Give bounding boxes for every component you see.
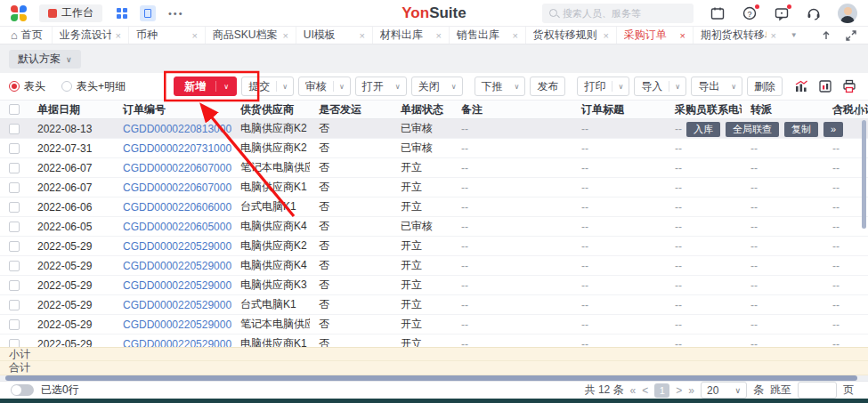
button-label: 删除 bbox=[748, 79, 782, 94]
tab-close-icon[interactable]: × bbox=[432, 30, 441, 41]
toolbar-button-导入[interactable]: 导入∨ bbox=[634, 77, 686, 96]
row-action-入库[interactable]: 入库 bbox=[686, 122, 720, 137]
toolbar-button-打印[interactable]: 打印∨ bbox=[577, 77, 629, 96]
row-checkbox[interactable] bbox=[9, 300, 20, 310]
toolbar-button-下推[interactable]: 下推∨ bbox=[475, 77, 526, 96]
row-action-全局联查[interactable]: 全局联查 bbox=[726, 122, 779, 137]
row-checkbox[interactable] bbox=[9, 143, 20, 154]
first-page-button[interactable]: « bbox=[630, 384, 637, 397]
tab-UI模板[interactable]: UI模板× bbox=[296, 27, 372, 44]
row-checkbox[interactable] bbox=[9, 163, 20, 173]
row-checkbox-cell bbox=[0, 222, 28, 232]
vertical-scrollbar[interactable] bbox=[862, 120, 866, 229]
toolbar-button-关闭[interactable]: 关闭∨ bbox=[411, 77, 463, 96]
order-number-link[interactable]: CGDD0000220529000004 bbox=[123, 279, 231, 292]
toolbar-button-发布[interactable]: 发布 bbox=[530, 77, 565, 96]
order-number-link[interactable]: CGDD0000220731000001 bbox=[123, 142, 231, 155]
jump-page-input[interactable] bbox=[798, 382, 837, 399]
message-icon[interactable] bbox=[774, 5, 790, 21]
order-number-cell: CGDD0000220529000006 bbox=[114, 240, 231, 253]
row-checkbox[interactable] bbox=[9, 319, 20, 330]
more-menu-icon[interactable]: ••• bbox=[168, 8, 184, 19]
cell-phone: -- bbox=[666, 240, 742, 253]
order-number-link[interactable]: CGDD0000220529000001 bbox=[123, 338, 231, 348]
prev-page-button[interactable]: < bbox=[642, 384, 648, 397]
order-number-link[interactable]: CGDD0000220606000001 bbox=[123, 201, 231, 214]
row-checkbox[interactable] bbox=[9, 182, 20, 193]
report-icon[interactable] bbox=[817, 78, 833, 94]
row-checkbox[interactable] bbox=[9, 241, 20, 252]
cell-tax: -- bbox=[823, 240, 868, 253]
cell-date: 2022-07-31 bbox=[28, 142, 114, 155]
workbench-tab[interactable]: 工作台 bbox=[39, 4, 102, 22]
tab-close-icon[interactable]: × bbox=[111, 30, 120, 41]
tab-业务流设计[interactable]: 业务流设计× bbox=[52, 27, 128, 44]
cell-shipped: 否 bbox=[310, 160, 392, 175]
user-avatar[interactable] bbox=[838, 4, 857, 23]
row-checkbox[interactable] bbox=[9, 261, 20, 271]
view-mode-表头+明细[interactable]: 表头+明细 bbox=[61, 79, 126, 94]
cell-status: 开立 bbox=[392, 180, 452, 195]
tab-商品SKU档案[interactable]: 商品SKU档案× bbox=[205, 27, 296, 44]
select-all-checkbox[interactable] bbox=[9, 104, 20, 115]
tab-材料出库[interactable]: 材料出库× bbox=[372, 27, 449, 44]
toolbar-button-审核[interactable]: 审核∨ bbox=[298, 77, 351, 96]
export-up-icon[interactable] bbox=[820, 29, 832, 42]
tab-close-icon[interactable]: × bbox=[767, 30, 775, 41]
printer-icon[interactable] bbox=[841, 78, 857, 94]
cell-shipped: 否 bbox=[310, 141, 392, 156]
row-checkbox[interactable] bbox=[9, 280, 20, 291]
fullscreen-icon[interactable] bbox=[845, 29, 857, 42]
tab-close-icon[interactable]: × bbox=[355, 30, 364, 41]
row-action-复制[interactable]: 复制 bbox=[784, 122, 818, 137]
view-mode-表头[interactable]: 表头 bbox=[9, 79, 45, 94]
order-number-link[interactable]: CGDD0000220813000001 bbox=[123, 123, 231, 135]
help-icon[interactable]: ? bbox=[742, 5, 758, 21]
order-number-link[interactable]: CGDD0000220607000002 bbox=[123, 162, 231, 174]
tab-close-icon[interactable]: × bbox=[279, 30, 288, 41]
headset-icon[interactable] bbox=[806, 5, 822, 21]
row-checkbox[interactable] bbox=[9, 124, 20, 134]
column-settings-icon[interactable] bbox=[853, 104, 865, 117]
order-number-link[interactable]: CGDD0000220529000006 bbox=[123, 240, 231, 253]
calendar-icon[interactable] bbox=[710, 5, 726, 21]
selected-rows-toggle[interactable] bbox=[11, 384, 34, 396]
tab-overflow-caret-icon[interactable]: ▼ bbox=[783, 31, 805, 39]
cell-note: -- bbox=[452, 299, 572, 311]
tab-货权转移规则[interactable]: 货权转移规则× bbox=[525, 27, 616, 44]
order-number-link[interactable]: CGDD0000220529000003 bbox=[123, 299, 231, 311]
add-button[interactable]: 新增∨ bbox=[174, 77, 237, 96]
tab-销售出库[interactable]: 销售出库× bbox=[449, 27, 525, 44]
app-grid-icon[interactable] bbox=[117, 8, 127, 19]
cell-shipped: 否 bbox=[310, 258, 392, 273]
global-search[interactable] bbox=[542, 4, 694, 23]
toolbar-button-打开[interactable]: 打开∨ bbox=[355, 77, 407, 96]
tab-close-icon[interactable]: × bbox=[188, 30, 197, 41]
table-body: 2022-08-13CGDD0000220813000001电脑供应商K2否已审… bbox=[0, 119, 868, 347]
toolbar-button-删除[interactable]: 删除 bbox=[747, 77, 783, 96]
scheme-select[interactable]: 默认方案 ∨ bbox=[9, 50, 81, 69]
row-checkbox[interactable] bbox=[9, 222, 20, 232]
tab-close-icon[interactable]: × bbox=[599, 30, 608, 41]
toolbar-button-导出[interactable]: 导出∨ bbox=[691, 77, 742, 96]
tab-close-icon[interactable]: × bbox=[676, 30, 685, 41]
order-number-link[interactable]: CGDD0000220529000002 bbox=[123, 318, 231, 331]
tab-close-icon[interactable]: × bbox=[508, 30, 517, 41]
last-page-button[interactable]: » bbox=[688, 384, 694, 397]
document-icon[interactable] bbox=[140, 5, 156, 21]
next-page-button[interactable]: > bbox=[676, 384, 682, 397]
tab-home[interactable]: ⌂ 首页 bbox=[0, 27, 52, 44]
page-size-select[interactable]: 20 ∨ bbox=[701, 382, 747, 399]
current-page[interactable]: 1 bbox=[654, 383, 669, 398]
order-number-link[interactable]: CGDD0000220605000001 bbox=[123, 221, 231, 233]
more-actions-button[interactable]: » bbox=[823, 122, 843, 137]
toolbar-button-提交[interactable]: 提交∨ bbox=[241, 77, 294, 96]
tab-采购订单[interactable]: 采购订单× bbox=[616, 27, 693, 44]
order-number-link[interactable]: CGDD0000220529000005 bbox=[123, 260, 231, 272]
chart-icon[interactable] bbox=[793, 78, 809, 94]
tab-期初货权转移单[interactable]: 期初货权转移单× bbox=[693, 27, 783, 44]
search-input[interactable] bbox=[563, 8, 669, 19]
tab-币种[interactable]: 币种× bbox=[128, 27, 205, 44]
row-checkbox[interactable] bbox=[9, 202, 20, 213]
order-number-link[interactable]: CGDD0000220607000001 bbox=[123, 181, 231, 194]
